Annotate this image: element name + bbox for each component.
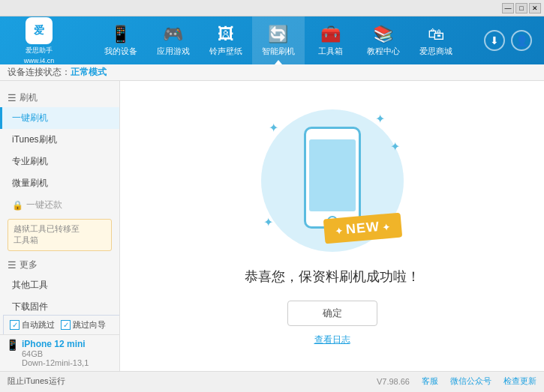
pro-flash-label: 专业刷机 — [12, 155, 48, 168]
device-info-panel: 📱 iPhone 12 mini 64GB Down-12mini-13,1 — [0, 334, 119, 371]
nav-tutorial-icon: 📚 — [373, 25, 393, 44]
itunes-flash-label: iTunes刷机 — [12, 133, 57, 146]
nav-tutorial-label: 教程中心 — [367, 46, 400, 57]
device-name: iPhone 12 mini — [22, 339, 89, 349]
nav-wallpaper[interactable]: 🖼 铃声壁纸 — [200, 16, 252, 64]
nav-my-device[interactable]: 📱 我的设备 — [95, 16, 147, 64]
sparkle-2: ✦ — [375, 112, 385, 126]
nav-toolbox-icon: 🧰 — [320, 25, 341, 44]
header: 爱 爱思助手 www.i4.cn 📱 我的设备 🎮 应用游戏 🖼 铃声壁纸 🔄 … — [0, 16, 544, 64]
sidebar-item-pro-flash[interactable]: 专业刷机 — [0, 151, 119, 172]
nav-right-actions: ⬇ 👤 — [484, 30, 532, 51]
more-section-header: ☰ 更多 — [0, 256, 119, 274]
notice-text: 越狱工具已转移至工具箱 — [14, 224, 80, 244]
device-version: Down-12mini-13,1 — [22, 358, 89, 367]
minimize-button[interactable]: — — [502, 3, 514, 13]
device-phone-icon: 📱 — [6, 339, 19, 351]
nav-apps-icon: 🎮 — [163, 25, 183, 44]
logo-line2: www.i4.cn — [24, 57, 55, 64]
download-fw-label: 下载固件 — [12, 301, 48, 313]
skip-wizard-check-icon: ✓ — [61, 320, 71, 330]
version-label: V7.98.66 — [377, 377, 410, 386]
confirm-button[interactable]: 确定 — [287, 301, 377, 326]
skip-wizard-checkbox[interactable]: ✓ 跳过向导 — [61, 319, 106, 331]
auto-jump-label: 自动跳过 — [22, 319, 55, 331]
nav-smart-flash[interactable]: 🔄 智能刷机 — [252, 16, 305, 64]
nav-store[interactable]: 🛍 爱思商城 — [410, 16, 462, 64]
sparkle-3: ✦ — [390, 139, 400, 154]
sidebar: ☰ 刷机 一键刷机 iTunes刷机 专业刷机 微量刷机 🔒 一键还款 越狱工具… — [0, 81, 120, 371]
nav-apps-games[interactable]: 🎮 应用游戏 — [147, 16, 200, 64]
sidebar-item-other-tools[interactable]: 其他工具 — [0, 274, 119, 296]
logo-icon: 爱 — [26, 17, 53, 44]
confirm-btn-label: 确定 — [323, 307, 342, 320]
status-banner: 设备连接状态： 正常模式 — [0, 64, 544, 81]
download-button[interactable]: ⬇ — [484, 30, 505, 51]
device-storage: 64GB — [22, 349, 89, 358]
sidebar-item-one-key-flash[interactable]: 一键刷机 — [0, 107, 119, 129]
status-value: 正常模式 — [71, 66, 107, 79]
nav-tutorial[interactable]: 📚 教程中心 — [357, 16, 410, 64]
nav-items: 📱 我的设备 🎮 应用游戏 🖼 铃声壁纸 🔄 智能刷机 🧰 工具箱 📚 教程中心… — [72, 16, 484, 64]
success-text: 恭喜您，保资料刷机成功啦！ — [245, 268, 420, 286]
check-update-link[interactable]: 检查更新 — [503, 376, 536, 387]
phone-body — [304, 127, 361, 229]
nav-store-icon: 🛍 — [428, 25, 444, 44]
sidebar-notice: 越狱工具已转移至工具箱 — [8, 219, 112, 251]
auto-jump-check-icon: ✓ — [10, 320, 20, 330]
logo-area: 爱 爱思助手 www.i4.cn — [6, 17, 72, 64]
status-right: V7.98.66 客服 微信公众号 检查更新 — [377, 376, 536, 387]
maximize-button[interactable]: □ — [515, 3, 527, 13]
user-button[interactable]: 👤 — [511, 30, 532, 51]
other-tools-label: 其他工具 — [12, 279, 48, 292]
nav-device-label: 我的设备 — [104, 46, 137, 57]
nav-flash-icon: 🔄 — [268, 25, 288, 44]
phone-illustration: ✦ ✦ ✦ ✦ NEW — [257, 106, 407, 256]
status-left: 阻止iTunes运行 — [8, 376, 65, 387]
nav-device-icon: 📱 — [110, 25, 131, 44]
sidebar-item-one-key-restore: 🔒 一键还款 — [0, 194, 119, 216]
alt-link[interactable]: 查看日志 — [314, 334, 350, 346]
device-info-row: 📱 iPhone 12 mini 64GB Down-12mini-13,1 — [6, 339, 113, 367]
micro-flash-label: 微量刷机 — [12, 177, 48, 190]
wechat-link[interactable]: 微信公众号 — [450, 376, 491, 387]
more-section-label: 更多 — [20, 259, 38, 271]
nav-flash-label: 智能刷机 — [262, 46, 295, 57]
stop-itunes-label[interactable]: 阻止iTunes运行 — [8, 376, 65, 387]
nav-wallpaper-icon: 🖼 — [218, 25, 234, 44]
nav-apps-label: 应用游戏 — [157, 46, 190, 57]
flash-section-header: ☰ 刷机 — [0, 88, 119, 107]
nav-wallpaper-label: 铃声壁纸 — [209, 46, 242, 57]
device-details: iPhone 12 mini 64GB Down-12mini-13,1 — [22, 339, 89, 367]
main-area: ☰ 刷机 一键刷机 iTunes刷机 专业刷机 微量刷机 🔒 一键还款 越狱工具… — [0, 81, 544, 371]
sparkle-4: ✦ — [263, 215, 273, 229]
skip-wizard-label: 跳过向导 — [73, 319, 106, 331]
lock-icon: 🔒 — [12, 200, 23, 211]
status-label: 设备连接状态： — [8, 66, 71, 79]
auto-jump-checkbox[interactable]: ✓ 自动跳过 — [10, 319, 55, 331]
flash-section-label: 刷机 — [20, 91, 38, 104]
sidebar-item-itunes-flash[interactable]: iTunes刷机 — [0, 129, 119, 151]
service-link[interactable]: 客服 — [422, 376, 438, 387]
footer-checkboxes: ✓ 自动跳过 ✓ 跳过向导 — [3, 315, 120, 335]
nav-toolbox-label: 工具箱 — [318, 46, 343, 57]
close-button[interactable]: ✕ — [529, 3, 541, 13]
status-bar: 阻止iTunes运行 V7.98.66 客服 微信公众号 检查更新 — [0, 371, 544, 391]
phone-screen — [309, 139, 356, 211]
sparkle-1: ✦ — [269, 121, 278, 135]
flash-section-icon: ☰ — [8, 92, 17, 103]
more-section-icon: ☰ — [8, 259, 17, 271]
one-key-restore-label: 一键还款 — [26, 199, 62, 211]
nav-store-label: 爱思商城 — [419, 46, 452, 57]
nav-toolbox[interactable]: 🧰 工具箱 — [305, 16, 357, 64]
title-bar: — □ ✕ — [0, 0, 544, 16]
content-area: ✦ ✦ ✦ ✦ NEW 恭喜您，保资料刷机成功啦！ 确定 查看日志 — [120, 81, 544, 371]
logo-line1: 爱思助手 — [26, 46, 53, 55]
sidebar-item-micro-flash[interactable]: 微量刷机 — [0, 172, 119, 194]
one-key-flash-label: 一键刷机 — [12, 112, 48, 124]
